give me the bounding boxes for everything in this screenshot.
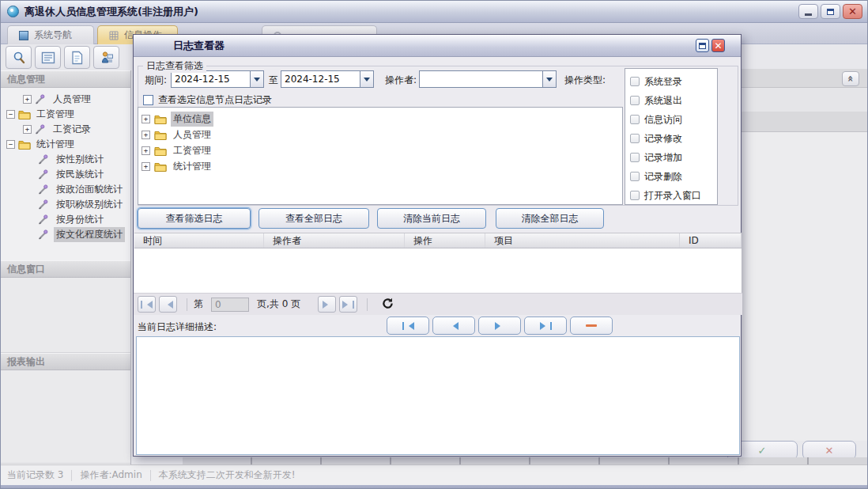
nav-delete-button[interactable] [570, 317, 613, 335]
pager-first-button[interactable] [138, 296, 156, 313]
sidebar-tree-item[interactable]: −工资管理 [1, 107, 130, 122]
sidebar-tree-item[interactable]: 按身份统计 [1, 212, 130, 227]
optype-label: 操作类型: [564, 74, 606, 87]
dialog-tree-item[interactable]: +人员管理 [142, 127, 622, 142]
expand-icon[interactable]: + [142, 146, 150, 155]
dialog-action-button[interactable]: 查看全部日志 [259, 208, 369, 229]
minimize-button[interactable] [798, 4, 818, 19]
detail-textarea[interactable] [136, 336, 740, 455]
search-button[interactable] [6, 46, 32, 69]
pager-prev-button[interactable] [159, 296, 177, 313]
dialog-action-button[interactable]: 清除全部日志 [496, 208, 604, 229]
node-filter-checkbox[interactable] [143, 95, 153, 105]
dialog-tree-item[interactable]: +单位信息 [142, 111, 622, 127]
node-filter-row[interactable]: 查看选定信息节点日志记录 [143, 93, 272, 107]
sidebar-tree-item[interactable]: +工资记录 [1, 122, 130, 137]
status-separator [71, 470, 72, 481]
optype-checklist: 系统登录系统退出信息访问记录修改记录增加记录删除打开录入窗口关闭录入窗口 [625, 68, 718, 205]
dropdown-button[interactable] [250, 71, 263, 87]
optype-item[interactable]: 系统退出 [630, 91, 717, 110]
expand-icon[interactable]: + [142, 115, 150, 123]
sidebar-group-report[interactable]: 报表输出 [1, 353, 130, 370]
panel-collapse-button[interactable]: « [842, 71, 859, 86]
refresh-button[interactable] [382, 298, 394, 312]
optype-item[interactable]: 记录增加 [630, 148, 717, 167]
window-title: 离退休人员信息管理系统(非注册用户) [25, 5, 198, 19]
expand-icon[interactable]: + [23, 125, 32, 134]
optype-checkbox[interactable] [630, 134, 640, 143]
dropdown-button[interactable] [542, 71, 556, 87]
dialog-close-button[interactable]: ✕ [711, 39, 725, 52]
dialog-action-button[interactable]: 清除当前日志 [377, 208, 486, 229]
sidebar-group-window[interactable]: 信息窗口 [1, 260, 130, 278]
nav-last-button[interactable] [524, 317, 567, 335]
optype-checkbox[interactable] [630, 77, 640, 86]
table-header-cell[interactable]: 时间 [134, 233, 264, 248]
optype-checkbox[interactable] [630, 96, 640, 105]
optype-item[interactable]: 信息访问 [630, 110, 717, 129]
status-operator: 操作者:Admin [80, 468, 142, 482]
dialog-tree-item[interactable]: +工资管理 [142, 142, 622, 158]
nav-first-button[interactable] [387, 317, 429, 335]
nav-next-button[interactable] [478, 317, 521, 335]
sidebar-tree-item[interactable]: 按民族统计 [1, 167, 130, 182]
pager-last-button[interactable] [339, 296, 357, 313]
sidebar-group-info[interactable]: 信息管理 [1, 70, 130, 88]
table-header-cell[interactable]: 操作者 [264, 233, 405, 248]
dropdown-button[interactable] [360, 71, 373, 87]
optype-item-label: 系统登录 [644, 75, 682, 89]
optype-checkbox[interactable] [630, 153, 640, 162]
sidebar-tree-item[interactable]: 按职称级别统计 [1, 197, 130, 212]
sidebar-tree: +人员管理−工资管理+工资记录−统计管理按性别统计按民族统计按政治面貌统计按职称… [1, 88, 130, 260]
restore-button[interactable] [821, 4, 840, 19]
dialog-tree-item[interactable]: +统计管理 [142, 158, 622, 174]
list-view-button[interactable] [35, 46, 61, 69]
sidebar-tree-item[interactable]: 按政治面貌统计 [1, 182, 130, 197]
sidebar-tree-item[interactable]: 按文化程度统计 [1, 227, 130, 242]
dialog-tree: +单位信息+人员管理+工资管理+统计管理 [138, 107, 623, 205]
nav-prev-button[interactable] [432, 317, 475, 335]
optype-item[interactable]: 系统登录 [630, 72, 717, 91]
tool-icon [38, 229, 51, 241]
optype-item[interactable]: 记录修改 [630, 129, 717, 148]
tab-system-nav[interactable]: 系统导航 [7, 25, 94, 44]
table-header-cell[interactable]: ID [680, 233, 742, 248]
optype-item[interactable]: 记录删除 [630, 167, 717, 186]
dialog-close-icon: ✕ [714, 40, 722, 51]
sidebar-tree-item[interactable]: −统计管理 [1, 137, 130, 152]
chevron-down-icon [254, 78, 260, 85]
pager-next-button[interactable] [318, 296, 336, 313]
dialog-title: 日志查看器 [173, 39, 225, 53]
tool-icon [38, 184, 51, 195]
sidebar-tree-item[interactable]: 按性别统计 [1, 152, 130, 167]
dialog-maximize-button[interactable] [696, 39, 709, 52]
optype-item[interactable]: 打开录入窗口 [630, 186, 717, 205]
close-button[interactable]: ✕ [843, 4, 862, 19]
document-button[interactable] [64, 46, 90, 69]
tool-icon [38, 169, 51, 180]
operator-combo[interactable] [419, 70, 557, 88]
check-icon: ✓ [758, 445, 767, 457]
log-table-body[interactable] [134, 248, 742, 293]
expand-icon[interactable]: + [142, 131, 150, 139]
sidebar-tree-item[interactable]: +人员管理 [1, 92, 130, 107]
date-to-combo[interactable]: 2024-12-15 [281, 70, 374, 88]
table-header-cell[interactable]: 项目 [485, 233, 680, 248]
tree-item-label: 按民族统计 [54, 167, 106, 182]
dialog-titlebar: 日志查看器 ✕ [134, 35, 741, 57]
expand-icon[interactable]: − [6, 110, 15, 119]
period-label: 期间: [145, 74, 167, 87]
expand-icon[interactable]: − [6, 140, 15, 149]
page-number-input[interactable]: 0 [211, 298, 249, 312]
info-window-panel [1, 278, 130, 353]
optype-checkbox[interactable] [630, 191, 640, 200]
user-log-button[interactable] [93, 46, 119, 69]
date-from-combo[interactable]: 2024-12-15 [171, 70, 264, 88]
table-header-cell[interactable]: 操作 [405, 233, 485, 248]
optype-checkbox[interactable] [630, 172, 640, 181]
optype-item-label: 记录修改 [644, 132, 682, 146]
dialog-action-button[interactable]: 查看筛选日志 [138, 208, 251, 229]
expand-icon[interactable]: + [142, 162, 150, 171]
expand-icon[interactable]: + [23, 95, 32, 104]
optype-checkbox[interactable] [630, 115, 640, 124]
